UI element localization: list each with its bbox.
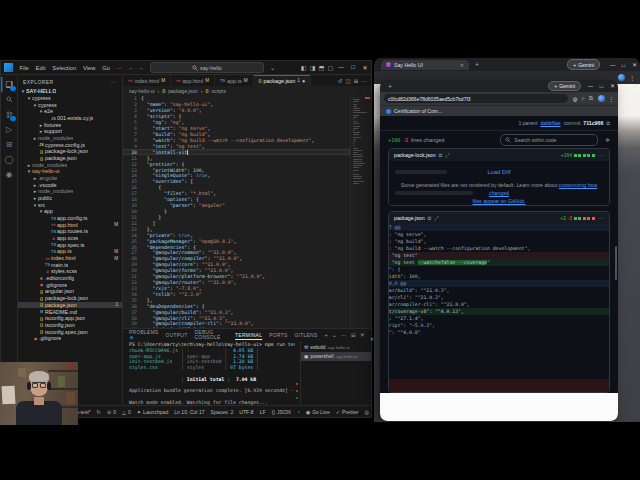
tab-app-html[interactable]: <>app.htmlM xyxy=(171,75,215,86)
nav-forward-icon[interactable]: → xyxy=(136,65,146,71)
tree-item-app-scss[interactable]: #app.scss xyxy=(18,235,122,242)
maximize-button[interactable]: □ xyxy=(618,62,629,68)
browser-tab-say-hello-ui[interactable]: Say Hello UI ✕ xyxy=(381,60,469,70)
tree-item-cypress[interactable]: ▾cypress xyxy=(18,101,122,108)
status-ln-10--col-17[interactable]: Ln 10, Col 17 xyxy=(174,409,204,415)
tree-item-public[interactable]: ▸public xyxy=(18,195,122,202)
bookmark-item[interactable]: Certification of Com... xyxy=(394,108,442,114)
minimize-button[interactable]: — xyxy=(585,83,596,89)
file-menu-icon[interactable]: ⋯ xyxy=(599,152,604,158)
terminal[interactable]: PS C:\Users\marty\tech\say-hello\say-hel… xyxy=(123,341,295,405)
tree-item-node_modules[interactable]: ▸node_modules xyxy=(18,188,122,195)
tab-search-icon[interactable]: ⧉ xyxy=(587,95,595,102)
maximize-button[interactable]: □ xyxy=(596,83,607,89)
tree-item-tsconfig-json[interactable]: {}tsconfig.json xyxy=(18,322,122,329)
panel-action-icon-4[interactable]: ✕ xyxy=(360,332,365,338)
tab-index-html[interactable]: <>index.htmlM xyxy=(123,75,171,86)
tab-close-icon[interactable]: ✕ xyxy=(460,62,464,68)
close-button[interactable]: ✕ xyxy=(629,62,640,68)
tree-item-say-hello[interactable]: ▾SAY-HELLO xyxy=(18,88,122,95)
panel-tab-ports[interactable]: PORTS xyxy=(269,333,287,338)
expand-icon[interactable]: ⤢ xyxy=(445,152,449,159)
run-debug-icon[interactable]: ▷ xyxy=(1,122,17,137)
tree-item-angular-json[interactable]: {}angular.json xyxy=(18,288,122,295)
status-bell[interactable]: ◎ xyxy=(364,409,368,415)
tree-item--editorconfig[interactable]: ✲.editorconfig xyxy=(18,275,122,282)
gemini-button[interactable]: + Gemini xyxy=(548,81,581,92)
explorer-more-icon[interactable]: ··· xyxy=(111,79,117,85)
code-area[interactable]: 1{2 "name": "say-hello-ui",3 "version": … xyxy=(123,95,371,328)
tree-item-tsconfig-spec-json[interactable]: {}tsconfig.spec.json xyxy=(18,328,122,335)
tree-item-readme-md[interactable]: MREADME.md xyxy=(18,308,122,315)
tree-item-app[interactable]: ▾app xyxy=(18,208,122,215)
breadcrumb-item[interactable]: package.json xyxy=(168,88,197,94)
editor-action-icon-0[interactable]: ↺ xyxy=(338,78,343,84)
tab-package-json[interactable]: {}package.json1● xyxy=(254,75,312,86)
layout-toggle-icon-1[interactable]: ◨ xyxy=(308,64,317,71)
menu-file[interactable]: File xyxy=(16,65,32,71)
new-tab-button[interactable]: + xyxy=(385,83,395,90)
tree-item-cypress-config-js[interactable]: JScypress.config.js xyxy=(18,141,122,148)
status-go-live[interactable]: ◉Go Live xyxy=(306,409,330,415)
layout-toggle-icon-3[interactable]: ▢ xyxy=(326,64,335,71)
tree-item-styles-scss[interactable]: #styles.scss xyxy=(18,268,122,275)
file-name[interactable]: package.json xyxy=(394,215,425,221)
profile-avatar[interactable] xyxy=(598,95,605,102)
diff-view[interactable]: @@ -5,7 +5,7 @@ "start": "ng serve", "bu… xyxy=(389,224,609,336)
tree-item-app-spec-ts[interactable]: TSapp.spec.ts xyxy=(18,241,122,248)
bookmark-star-icon[interactable]: ☆ xyxy=(579,96,587,102)
editor-action-icon-2[interactable]: ⊞ xyxy=(354,78,359,84)
menu-view[interactable]: View xyxy=(80,65,99,71)
tree-item-package-lock-json[interactable]: {}package-lock.json xyxy=(18,295,122,302)
tree-item--gitignore[interactable]: ◆.gitignore xyxy=(18,281,122,288)
panel-tab-gitlens[interactable]: GITLENS xyxy=(294,333,317,338)
tree-item--vscode[interactable]: ▸.vscode xyxy=(18,181,122,188)
editor-action-icon-3[interactable]: ⋯ xyxy=(361,78,367,84)
tree-item-package-lock-json[interactable]: {}package-lock.json xyxy=(18,148,122,155)
tree-item-package-json[interactable]: {}package.json xyxy=(18,155,122,162)
remote-icon[interactable]: ◯ xyxy=(1,152,17,167)
tree-item--gitignore[interactable]: ◆.gitignore xyxy=(18,335,122,342)
browser-menu-icon[interactable]: ⋮ xyxy=(629,74,635,81)
menu-edit[interactable]: Edit xyxy=(32,65,49,71)
layout-toggle-icon-0[interactable]: ◧ xyxy=(299,64,308,71)
minimap[interactable] xyxy=(350,95,371,328)
copy-path-icon[interactable]: ⧉ xyxy=(439,152,443,159)
address-bar[interactable]: c0fcd82d366e78d6035aed5cb7bd7f3 xyxy=(384,94,568,103)
tree-item-node_modules[interactable]: ▸node_modules xyxy=(18,135,122,142)
status-copilot[interactable]: ◔ xyxy=(297,409,300,415)
status-launch[interactable]: ✦Launchpad xyxy=(137,409,169,415)
panel-action-icon-2[interactable]: ⋯ xyxy=(341,332,347,338)
tree-item-main-ts[interactable]: TSmain.ts xyxy=(18,261,122,268)
panel-action-icon-0[interactable]: + xyxy=(325,332,329,338)
explorer-icon[interactable]: ❏ xyxy=(1,77,17,92)
testing-icon[interactable]: ◉ xyxy=(1,167,17,182)
tree-item-app-config-ts[interactable]: TSapp.config.ts xyxy=(18,215,122,222)
profile-avatar[interactable] xyxy=(618,74,625,81)
status-lf[interactable]: LF xyxy=(260,409,266,415)
search-within-code-input[interactable]: Search within code xyxy=(500,134,598,146)
tree-item-app-html[interactable]: <>app.htmlM xyxy=(18,221,122,228)
panel-tab-debug-console[interactable]: DEBUG CONSOLE xyxy=(194,330,228,340)
search-dropdown-icon[interactable]: ⌄ xyxy=(268,64,277,71)
search-icon[interactable] xyxy=(1,92,17,107)
tree-item-app-routes-ts[interactable]: TSapp.routes.ts xyxy=(18,228,122,235)
tree-item-support[interactable]: ▸support xyxy=(18,128,122,135)
new-tab-button[interactable]: + xyxy=(472,61,482,68)
menu-selection[interactable]: Selection xyxy=(49,65,80,71)
close-button[interactable]: ✕ xyxy=(607,83,618,89)
status-sync[interactable]: ↻ xyxy=(97,409,101,415)
page-action-icon[interactable]: ◍ xyxy=(571,96,579,102)
browser-menu-icon[interactable]: ⋮ xyxy=(608,95,614,102)
panel-tab-problems[interactable]: PROBLEMS xyxy=(129,330,159,340)
breadcrumb-item[interactable]: say-hello-ui xyxy=(129,88,155,94)
tree-item-index-html[interactable]: <>index.htmlM xyxy=(18,255,122,262)
status-utf-8[interactable]: UTF-8 xyxy=(239,409,253,415)
status-err[interactable]: ⊘0 xyxy=(107,409,116,415)
appear-link[interactable]: files appear on GitHub. xyxy=(472,198,525,204)
tree-item-app-ts[interactable]: TSapp.tsM xyxy=(18,248,122,255)
gemini-button[interactable]: + Gemini xyxy=(567,59,600,70)
breadcrumb-item[interactable]: scripts xyxy=(211,88,225,94)
maximize-button[interactable]: □ xyxy=(347,64,359,71)
tree-item--angular[interactable]: ▸.angular xyxy=(18,175,122,182)
